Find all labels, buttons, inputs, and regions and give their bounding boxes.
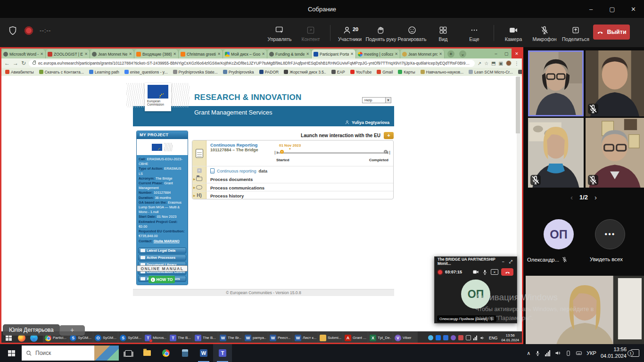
tab-search-chevron-icon[interactable]: ⌄ bbox=[459, 50, 466, 58]
browser-tab[interactable]: meeting | collocatio ✕ bbox=[356, 49, 400, 58]
tray-display-icon[interactable] bbox=[466, 335, 471, 340]
tab-close-icon[interactable]: ✕ bbox=[217, 52, 221, 56]
mini-meeting-window[interactable]: The BRIDGE UA PARTNERSHIP Monit... – ⤢ 0… bbox=[434, 256, 517, 323]
profile-avatar[interactable] bbox=[506, 60, 512, 66]
notification-center-icon[interactable]: 1 bbox=[631, 349, 639, 357]
task-view-button[interactable] bbox=[119, 344, 138, 362]
participants-button[interactable]: 20 Участники bbox=[334, 25, 365, 42]
word-button[interactable]: W bbox=[194, 344, 213, 362]
mini-microphone-icon[interactable] bbox=[482, 269, 488, 275]
bookmark-item[interactable]: Жорсткий диск 3.5.. bbox=[284, 70, 326, 74]
tray-network-icon[interactable] bbox=[473, 336, 477, 340]
tray-microphone-icon[interactable] bbox=[535, 350, 541, 356]
bookmark-item[interactable]: Funding & tenders bbox=[518, 70, 522, 74]
minimize-button[interactable]: – bbox=[580, 0, 602, 18]
view-button[interactable]: Вид bbox=[428, 25, 459, 42]
video-tile-large[interactable] bbox=[526, 276, 644, 344]
close-button[interactable]: ✕ bbox=[623, 0, 644, 18]
bookmark-item[interactable]: Карты bbox=[398, 70, 415, 74]
shared-language-indicator[interactable]: ENG bbox=[489, 336, 497, 340]
bookmark-item[interactable]: Скачать с Контакта... bbox=[39, 70, 84, 74]
taskbar-app[interactable]: W pamya... bbox=[243, 331, 268, 344]
previous-page-icon[interactable]: ‹ bbox=[570, 193, 573, 201]
bookmark-item[interactable]: Навчально-науков... bbox=[421, 70, 464, 74]
share-button[interactable]: Поделиться bbox=[560, 25, 591, 42]
project-menu-button[interactable]: Active Processes bbox=[138, 255, 186, 261]
tab-close-icon[interactable]: ✕ bbox=[262, 52, 265, 56]
tray-keyboard-icon[interactable] bbox=[576, 350, 582, 356]
raise-hand-button[interactable]: Поднять руку bbox=[365, 25, 396, 42]
calculator-button[interactable] bbox=[175, 344, 194, 362]
url-bar[interactable]: ec.europa.eu/research/participants/grant… bbox=[29, 60, 475, 67]
browser-tab[interactable]: Jean Monnet Netw ✕ bbox=[90, 49, 134, 58]
bookmark-item[interactable]: Learning path bbox=[89, 70, 119, 74]
camera-button[interactable]: Камера bbox=[498, 25, 529, 42]
tray-network-icon[interactable] bbox=[545, 350, 550, 356]
process-section-row[interactable]: ▶ H) Process history bbox=[192, 191, 393, 199]
tab-close-icon[interactable]: ✕ bbox=[84, 52, 88, 56]
tab-close-icon[interactable]: ✕ bbox=[439, 52, 442, 56]
security-shield-icon[interactable] bbox=[8, 25, 18, 36]
tray-photos-icon[interactable] bbox=[436, 335, 441, 340]
browser-menu-icon[interactable]: ⋮ bbox=[514, 61, 519, 66]
search-box[interactable]: Поиск bbox=[22, 346, 119, 361]
video-tile[interactable] bbox=[528, 118, 584, 188]
bookmark-item[interactable]: EAP bbox=[331, 70, 345, 74]
taskbar-app[interactable]: A Grant ... bbox=[343, 331, 368, 344]
share-page-icon[interactable]: ↗ bbox=[478, 61, 481, 66]
mini-minimize-icon[interactable]: – bbox=[501, 259, 506, 264]
participant-avatar[interactable]: ОП bbox=[544, 219, 574, 249]
content-button[interactable]: Контент bbox=[295, 25, 326, 42]
hidden-icons-caret[interactable]: ∧ bbox=[527, 350, 530, 356]
tray-app-icon[interactable] bbox=[458, 335, 463, 340]
tab-close-icon[interactable]: ✕ bbox=[350, 52, 354, 56]
tray-device-icon[interactable] bbox=[565, 350, 571, 356]
bookmark-item[interactable]: enise_questions - y... bbox=[124, 70, 168, 74]
file-explorer-button[interactable] bbox=[138, 344, 157, 362]
forward-icon[interactable]: → bbox=[13, 60, 18, 66]
browser-tab[interactable]: Funding & tenders ✕ bbox=[267, 49, 312, 58]
expand-plus-icon[interactable]: + bbox=[197, 168, 202, 173]
shared-clock[interactable]: 13:56 04.01.2024 bbox=[501, 333, 519, 342]
taskbar-app[interactable]: T Micros... bbox=[143, 331, 168, 344]
add-video-button[interactable]: + bbox=[59, 325, 85, 336]
section-expand-arrow-icon[interactable]: ▶ bbox=[193, 177, 196, 181]
extensions-icon[interactable]: ⬒ bbox=[491, 61, 495, 66]
taskbar-app[interactable]: S SyGM... bbox=[118, 331, 143, 344]
react-button[interactable]: Реагировать bbox=[396, 25, 428, 42]
bookmark-item[interactable]: YouTube bbox=[350, 70, 372, 74]
taskbar-app[interactable]: T The B... bbox=[168, 331, 193, 344]
teams-button[interactable]: T bbox=[213, 344, 232, 362]
bookmark-star-icon[interactable]: ☆ bbox=[484, 61, 488, 66]
bookmark-item[interactable]: PADOR bbox=[259, 70, 279, 74]
tray-viber-icon[interactable] bbox=[451, 335, 456, 340]
process-section-row[interactable]: ▶ Process documents bbox=[192, 175, 393, 183]
bookmark-item[interactable]: Prydniprovska bbox=[223, 70, 254, 74]
tray-volume-icon[interactable] bbox=[554, 350, 561, 356]
microphone-button[interactable]: Микрофон bbox=[529, 25, 560, 42]
browser-minimize-button[interactable]: – bbox=[491, 49, 501, 58]
tab-close-icon[interactable]: ✕ bbox=[129, 52, 132, 56]
tray-edge-icon[interactable] bbox=[428, 335, 433, 340]
tray-windows-icon[interactable] bbox=[443, 335, 448, 340]
manage-button[interactable]: Управлять bbox=[264, 25, 295, 42]
logged-in-user[interactable]: Yuliya Degtyariova bbox=[345, 120, 389, 125]
restore-button[interactable]: ▢ bbox=[602, 0, 623, 18]
bookmark-item[interactable]: Lean SCM Micro-Cr... bbox=[469, 70, 513, 74]
taskbar-app[interactable]: O SyGM... bbox=[93, 331, 118, 344]
online-manual-button[interactable]: ONLINE MANUAL bbox=[137, 265, 188, 272]
mini-camera-icon[interactable] bbox=[472, 269, 479, 275]
tab-close-icon[interactable]: ✕ bbox=[173, 52, 176, 56]
taskbar-app[interactable]: W Реест... bbox=[268, 331, 293, 344]
reporting-data-link[interactable]: Continuous reporting bbox=[217, 169, 256, 173]
taskbar-app[interactable]: X Tpl_De... bbox=[368, 331, 393, 344]
bookmark-item[interactable]: Gmail bbox=[377, 70, 393, 74]
how-to-button[interactable]: i HOW TO bbox=[149, 276, 175, 283]
browser-tab[interactable]: Мой диск – Googl ✕ bbox=[223, 49, 267, 58]
chrome-button[interactable] bbox=[157, 344, 175, 362]
mini-stop-share-icon[interactable]: ✕ bbox=[491, 269, 498, 275]
process-section-row[interactable]: ▶ Process communications bbox=[192, 183, 393, 191]
language-indicator[interactable]: УКР bbox=[586, 350, 596, 356]
bookmark-item[interactable]: Prydniprovska State... bbox=[173, 70, 218, 74]
next-page-icon[interactable]: › bbox=[594, 193, 597, 201]
